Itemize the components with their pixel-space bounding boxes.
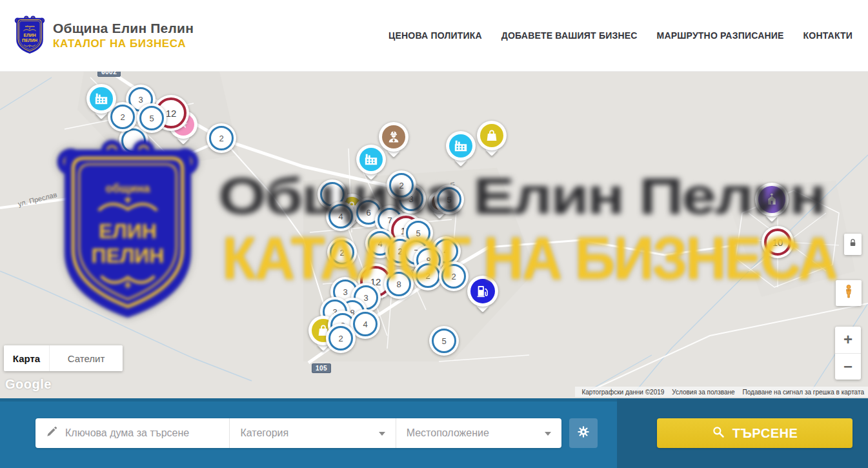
map-type-control: Карта Сателит	[4, 345, 123, 371]
zoom-in-button[interactable]: +	[835, 327, 861, 354]
map-cluster-marker[interactable]: 5	[434, 185, 464, 214]
zoom-out-button[interactable]: −	[835, 354, 861, 380]
attribution-report-error-link[interactable]: Подаване на сигнал за грешка в картата	[743, 389, 864, 396]
map-cluster-marker[interactable]: 10	[762, 226, 794, 258]
chevron-down-icon	[379, 432, 385, 436]
site-logo-link[interactable]: община ЕЛИН ПЕЛИН Община Елин Пелин КАТА…	[14, 15, 194, 56]
map-pin-bag-marker[interactable]	[477, 121, 507, 150]
map-cluster-marker[interactable]: 5	[429, 326, 459, 356]
google-map-canvas[interactable]: 6002105 ул. Преславбул. „Новоселци“ции 6…	[0, 71, 868, 398]
search-fields-group: Категория Местоположение	[35, 418, 561, 448]
map-pin-church-marker[interactable]	[755, 183, 789, 216]
map-pin-factory-marker[interactable]	[86, 84, 116, 114]
site-subtitle: КАТАЛОГ НА БИЗНЕСА	[53, 37, 194, 50]
street-view-pegman-control[interactable]	[836, 280, 862, 306]
brand-text: Община Елин Пелин КАТАЛОГ НА БИЗНЕСА	[53, 21, 194, 50]
google-logo[interactable]: Google	[5, 377, 52, 392]
map-cluster-marker[interactable]: 5	[137, 103, 167, 133]
category-select-value: Категория	[240, 427, 288, 439]
search-button-label: ТЪРСЕНЕ	[732, 426, 798, 441]
attribution-terms-link[interactable]: Условия за ползване	[672, 389, 734, 396]
search-bar: Категория Местоположение	[0, 398, 868, 468]
map-pin-factory-marker[interactable]	[446, 131, 476, 161]
advanced-search-gear-button[interactable]	[569, 418, 598, 448]
nav-route-schedule[interactable]: МАРШРУТНО РАЗПИСАНИЕ	[657, 30, 784, 41]
map-cluster-marker[interactable]: 4	[326, 201, 356, 231]
pencil-icon	[46, 426, 57, 440]
map-cluster-marker[interactable]: 8	[384, 269, 414, 299]
keyword-field-wrap	[35, 418, 229, 448]
map-cluster-marker[interactable]: 2	[326, 323, 356, 353]
map-markers-layer: 647135352242748221283383342532125210	[0, 71, 868, 398]
nav-pricing-policy[interactable]: ЦЕНОВА ПОЛИТИКА	[389, 30, 482, 41]
map-cluster-marker[interactable]: 2	[327, 238, 357, 267]
map-lock-control[interactable]	[844, 234, 862, 255]
map-zoom-control: + −	[835, 327, 861, 380]
pegman-icon	[841, 284, 856, 302]
site-title: Община Елин Пелин	[53, 21, 194, 36]
municipality-emblem-logo: община ЕЛИН ПЕЛИН	[14, 15, 45, 56]
location-select-value: Местоположение	[407, 427, 489, 439]
map-type-map-button[interactable]: Карта	[4, 345, 49, 371]
svg-text:ЕЛИН: ЕЛИН	[23, 33, 35, 37]
location-select[interactable]: Местоположение	[396, 418, 561, 448]
nav-contacts[interactable]: КОНТАКТИ	[803, 30, 853, 41]
keyword-search-input[interactable]	[64, 427, 229, 440]
main-nav: ЦЕНОВА ПОЛИТИКА ДОБАВЕТЕ ВАШИЯТ БИЗНЕС М…	[389, 30, 853, 41]
category-select[interactable]: Категория	[229, 418, 395, 448]
attribution-copyright: Картографски данни ©2019	[581, 389, 664, 396]
map-cluster-marker[interactable]: 2	[207, 123, 236, 153]
svg-text:община: община	[25, 25, 35, 28]
nav-add-your-business[interactable]: ДОБАВЕТЕ ВАШИЯТ БИЗНЕС	[501, 30, 638, 41]
search-button[interactable]: ТЪРСЕНЕ	[657, 418, 853, 448]
map-pin-worker-marker[interactable]	[379, 122, 409, 152]
svg-text:ПЕЛИН: ПЕЛИН	[22, 38, 37, 43]
map-attribution: Картографски данни ©2019 Условия за полз…	[575, 387, 868, 397]
map-type-satellite-button[interactable]: Сателит	[49, 345, 123, 371]
gear-icon	[577, 425, 590, 441]
lock-icon	[848, 238, 858, 250]
map-cluster-marker[interactable]: 2	[439, 261, 469, 291]
map-cluster-marker[interactable]: 2	[387, 170, 416, 200]
site-header: община ЕЛИН ПЕЛИН Община Елин Пелин КАТА…	[0, 0, 868, 72]
map-pin-fuel-marker[interactable]	[467, 276, 498, 307]
magnifier-icon	[712, 425, 725, 442]
chevron-down-icon	[545, 432, 551, 436]
